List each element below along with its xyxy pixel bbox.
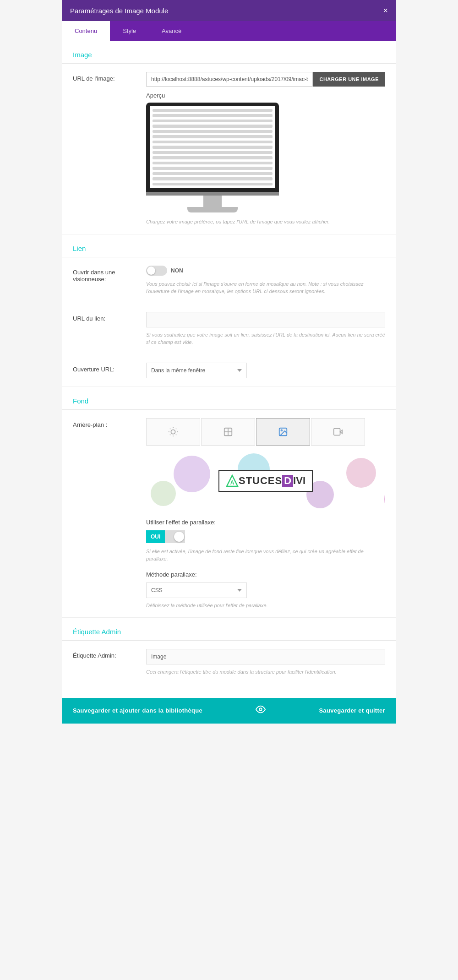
screen-line xyxy=(153,120,273,122)
etiquette-row: Étiquette Admin: Ceci changera l'étiquet… xyxy=(62,641,396,684)
bg-icon-gradient[interactable] xyxy=(201,418,255,446)
parallax-toggle[interactable]: OUI xyxy=(146,530,385,543)
parallax-label: Utiliser l'effet de parallaxe: xyxy=(146,519,385,526)
visionneuse-toggle[interactable] xyxy=(146,266,167,276)
ouverture-url-select[interactable]: Dans la même fenêtre Dans une nouvelle f… xyxy=(146,363,247,378)
screen-line xyxy=(153,167,273,169)
bg-icons-row xyxy=(146,418,385,446)
url-lien-input[interactable] xyxy=(146,312,385,327)
screen-line xyxy=(153,172,273,175)
tab-style[interactable]: Style xyxy=(110,21,149,41)
monitor-stand xyxy=(187,207,238,212)
parallax-section: Utiliser l'effet de parallaxe: OUI Si el… xyxy=(146,519,385,563)
screen-line xyxy=(153,130,273,133)
oui-track[interactable] xyxy=(165,530,185,543)
arriere-plan-content: A STUCES D IVI Utiliser l'effet de paral… xyxy=(146,418,385,610)
visionneuse-row: Ouvrir dans une visionneuse: NON Vous po… xyxy=(62,257,396,304)
image-hint: Chargez votre image préférée, ou tapez l… xyxy=(146,218,385,226)
bg-icon-video[interactable] xyxy=(311,418,365,446)
eye-icon[interactable] xyxy=(256,704,266,717)
methode-hint: Définissez la méthode utilisée pour l'ef… xyxy=(146,602,385,610)
svg-point-5 xyxy=(281,430,282,431)
methode-select[interactable]: CSS jQuery True Parallax xyxy=(146,583,247,598)
tab-avance[interactable]: Avancé xyxy=(149,21,194,41)
astuces-logo: A STUCES D IVI xyxy=(218,470,313,492)
methode-section: Méthode parallaxe: CSS jQuery True Paral… xyxy=(146,571,385,610)
bg-icon-color[interactable] xyxy=(146,418,200,446)
section-fond-header: Fond xyxy=(62,387,396,410)
url-image-label: URL de l'image: xyxy=(73,72,146,82)
section-lien-header: Lien xyxy=(62,234,396,257)
methode-label: Méthode parallaxe: xyxy=(146,571,385,578)
ouverture-url-label: Ouverture URL: xyxy=(73,363,146,373)
screen-line xyxy=(153,141,273,143)
url-lien-content: Si vous souhaitez que votre image soit u… xyxy=(146,312,385,346)
logo-d: D xyxy=(282,475,293,487)
preview-image-container xyxy=(146,103,385,212)
tabs-bar: Contenu Style Avancé xyxy=(62,21,396,41)
screen-line xyxy=(153,156,273,159)
url-image-row: URL de l'image: CHARGER UNE IMAGE Aperçu xyxy=(62,64,396,234)
bg-preview: A STUCES D IVI xyxy=(146,451,385,511)
preview-label: Aperçu xyxy=(146,92,385,99)
screen-line xyxy=(153,114,273,117)
modal-footer: Sauvegarder et ajouter dans la bibliothè… xyxy=(62,698,396,724)
modal-header: Paramétrages de Image Module × xyxy=(62,0,396,21)
blob-pink xyxy=(384,479,385,511)
svg-rect-6 xyxy=(334,428,340,435)
oui-label: OUI xyxy=(146,530,165,543)
section-etiquette-header: Étiquette Admin xyxy=(62,618,396,641)
monitor xyxy=(146,103,279,212)
parallax-hint: Si elle est activée, l'image de fond res… xyxy=(146,548,385,563)
url-input-row: CHARGER UNE IMAGE xyxy=(146,72,385,87)
arriere-plan-row: Arrière-plan : xyxy=(62,410,396,618)
monitor-screen xyxy=(146,103,279,192)
url-lien-row: URL du lien: Si vous souhaitez que votre… xyxy=(62,304,396,354)
screen-line xyxy=(153,151,273,154)
monitor-neck xyxy=(203,196,222,207)
blob-purple xyxy=(174,456,210,492)
toggle-thumb xyxy=(147,267,155,275)
url-image-content: CHARGER UNE IMAGE Aperçu xyxy=(146,72,385,226)
close-button[interactable]: × xyxy=(383,6,388,15)
save-quit-button[interactable]: Sauvegarder et quitter xyxy=(319,707,385,714)
blob-green xyxy=(151,481,176,506)
tab-contenu[interactable]: Contenu xyxy=(62,21,110,41)
monitor-base-top xyxy=(146,192,279,196)
logo-triangle-a: A xyxy=(226,474,239,487)
svg-point-10 xyxy=(259,708,262,711)
blob-rose xyxy=(346,458,376,488)
screen-line xyxy=(153,162,273,164)
screen-line xyxy=(153,135,273,138)
ouverture-url-row: Ouverture URL: Dans la même fenêtre Dans… xyxy=(62,354,396,387)
etiquette-label: Étiquette Admin: xyxy=(73,649,146,659)
monitor-stand-container xyxy=(146,196,279,212)
screen-line xyxy=(153,125,273,127)
logo-text-stuces: STUCES xyxy=(239,475,282,487)
svg-point-0 xyxy=(171,430,175,434)
monitor-wrapper xyxy=(146,103,385,212)
screen-line xyxy=(153,183,273,185)
screen-line xyxy=(153,177,273,180)
section-image-header: Image xyxy=(62,41,396,64)
visionneuse-content: NON Vous pouvez choisir ici si l'image s… xyxy=(146,266,385,295)
content-area: Image URL de l'image: CHARGER UNE IMAGE … xyxy=(62,41,396,698)
save-library-button[interactable]: Sauvegarder et ajouter dans la bibliothè… xyxy=(73,707,202,714)
oui-thumb xyxy=(174,532,184,542)
visionneuse-label: Ouvrir dans une visionneuse: xyxy=(73,266,146,283)
etiquette-content: Ceci changera l'étiquette titre du modul… xyxy=(146,649,385,676)
visionneuse-hint: Vous pouvez choisir ici si l'image s'ouv… xyxy=(146,280,385,295)
url-image-input[interactable] xyxy=(146,72,313,87)
svg-text:A: A xyxy=(230,479,234,486)
bg-icon-image[interactable] xyxy=(256,418,310,446)
etiquette-hint: Ceci changera l'étiquette titre du modul… xyxy=(146,668,385,676)
etiquette-input[interactable] xyxy=(146,649,385,664)
visionneuse-toggle-label: NON xyxy=(171,267,183,274)
upload-image-button[interactable]: CHARGER UNE IMAGE xyxy=(313,72,385,87)
url-lien-hint: Si vous souhaitez que votre image soit u… xyxy=(146,331,385,346)
url-lien-label: URL du lien: xyxy=(73,312,146,322)
screen-line xyxy=(153,146,273,148)
visionneuse-toggle-container: NON xyxy=(146,266,385,276)
monitor-screen-inner xyxy=(150,106,275,188)
ouverture-url-content: Dans la même fenêtre Dans une nouvelle f… xyxy=(146,363,385,378)
